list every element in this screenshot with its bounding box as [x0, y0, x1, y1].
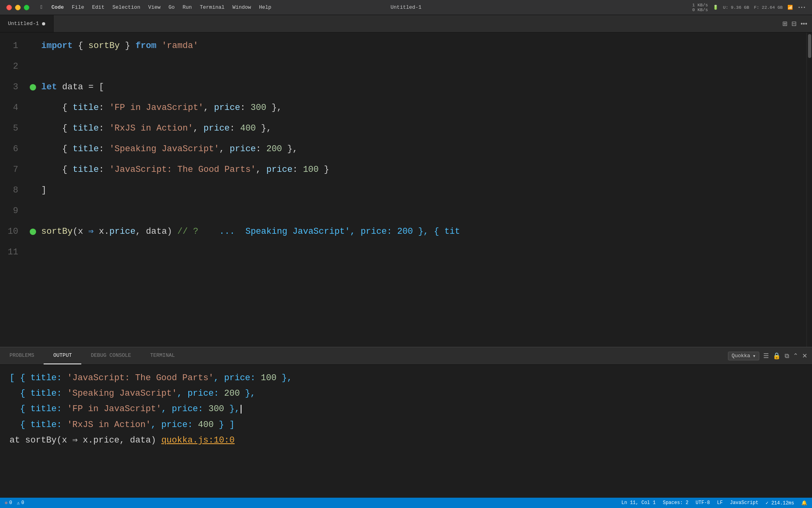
lock-icon[interactable]: 🔒 — [773, 352, 781, 360]
more-actions-button[interactable]: ••• — [801, 20, 807, 27]
code-line-6: 6 { title: 'Speaking JavaScript', price:… — [0, 139, 806, 160]
code-area[interactable]: 1 import { sortBy } from 'ramda' 2 3 — [0, 33, 806, 347]
menu-code[interactable]: Code — [52, 4, 64, 10]
encoding[interactable]: UTF-8 — [696, 500, 710, 506]
code-line-4: 4 { title: 'FP in JavaScript', price: 30… — [0, 98, 806, 118]
code-lines: 1 import { sortBy } from 'ramda' 2 3 — [0, 33, 806, 263]
line-number-9: 9 — [0, 201, 28, 221]
quokka-link[interactable]: quokka.js:10:0 — [161, 435, 235, 445]
spaces[interactable]: Spaces: 2 — [663, 500, 689, 506]
storage-u: U: 9.36 GB — [723, 5, 749, 10]
code-line-5: 5 { title: 'RxJS in Action', price: 400 … — [0, 118, 806, 139]
output-line-3: { title: 'FP in JavaScript', price: 300 … — [10, 402, 802, 416]
output-line-5: at sortBy(x ⇒ x.price, data) quokka.js:1… — [10, 433, 802, 447]
traffic-lights — [6, 5, 29, 10]
output-line-2: { title: 'Speaking JavaScript', price: 2… — [10, 387, 802, 400]
chevron-down-icon: ▾ — [753, 353, 756, 359]
code-line-1: 1 import { sortBy } from 'ramda' — [0, 36, 806, 56]
maximize-button[interactable] — [24, 5, 29, 10]
warning-icon: ⚠ — [17, 500, 19, 506]
line-number-11: 11 — [0, 242, 28, 263]
editor-tab-untitled[interactable]: Untitled-1 — [0, 15, 54, 32]
scrollbar-thumb[interactable] — [808, 34, 811, 58]
code-line-9: 9 — [0, 201, 806, 221]
code-line-8: 8 ] — [0, 180, 806, 201]
menu-edit[interactable]: Edit — [92, 4, 104, 10]
system-stats: 1 KB/s0 KB/s — [692, 3, 708, 12]
line-content-10: sortBy(x ⇒ x.price, data) // ? ... Speak… — [38, 221, 806, 242]
panel-tab-terminal[interactable]: TERMINAL — [141, 347, 184, 364]
status-right: Ln 11, Col 1 Spaces: 2 UTF-8 LF JavaScri… — [621, 500, 807, 506]
line-content-7: { title: 'JavaScript: The Good Parts', p… — [38, 160, 806, 180]
quokka-dropdown[interactable]: Quokka ▾ — [728, 352, 759, 360]
code-line-10: 10 sortBy(x ⇒ x.price, data) // ? ... Sp… — [0, 221, 806, 242]
minimize-button[interactable] — [15, 5, 21, 10]
panel-tab-output[interactable]: OUTPUT — [44, 347, 81, 364]
tab-bar: Untitled-1 ⊞ ⊟ ••• — [0, 15, 812, 33]
apple-menu[interactable]:  — [40, 4, 44, 10]
code-line-3: 3 let data = [ — [0, 77, 806, 98]
line-content-4: { title: 'FP in JavaScript', price: 300 … — [38, 98, 806, 118]
menu-help[interactable]: Help — [259, 4, 271, 10]
menu-selection[interactable]: Selection — [112, 4, 140, 10]
quokka-timing[interactable]: ✓ 214.12ms — [766, 500, 794, 506]
tab-label: Untitled-1 — [8, 21, 39, 27]
panel-tab-output-label: OUTPUT — [53, 352, 72, 358]
line-ending[interactable]: LF — [717, 500, 723, 506]
editor-scrollbar[interactable] — [806, 33, 812, 347]
close-button[interactable] — [6, 5, 12, 10]
line-number-6: 6 — [0, 139, 28, 160]
language-mode[interactable]: JavaScript — [730, 500, 758, 506]
code-line-2: 2 — [0, 56, 806, 77]
menu-window[interactable]: Window — [232, 4, 251, 10]
battery-icon: 🔋 — [713, 5, 718, 10]
menu-bar:  Code File Edit Selection View Go Run T… — [40, 4, 271, 10]
toggle-panel-button[interactable]: ⊟ — [791, 20, 797, 27]
editor-container: Untitled-1 ⊞ ⊟ ••• 1 import { sortBy } f… — [0, 15, 812, 508]
storage-f: F: 22.64 GB — [754, 5, 783, 10]
more-icon: ••• — [798, 5, 806, 10]
menu-run[interactable]: Run — [183, 4, 192, 10]
breakpoint-dot-10 — [30, 229, 36, 235]
collapse-up-icon[interactable]: ⌃ — [793, 352, 798, 360]
panel-tabs: PROBLEMS OUTPUT DEBUG CONSOLE TERMINAL Q… — [0, 347, 812, 365]
error-count-label: 0 — [9, 500, 12, 506]
error-icon: ⊗ — [5, 500, 8, 506]
breakpoint-3[interactable] — [28, 84, 38, 90]
ln-col[interactable]: Ln 11, Col 1 — [621, 500, 655, 506]
breakpoint-dot-3 — [30, 84, 36, 90]
line-number-2: 2 — [0, 56, 28, 77]
split-editor-button[interactable]: ⊞ — [782, 20, 787, 27]
close-panel-button[interactable]: ✕ — [802, 352, 807, 360]
line-number-7: 7 — [0, 160, 28, 180]
panel-output-content: [ { title: 'JavaScript: The Good Parts',… — [0, 365, 812, 498]
panel-tab-problems[interactable]: PROBLEMS — [0, 347, 44, 364]
line-number-4: 4 — [0, 98, 28, 118]
line-content-5: { title: 'RxJS in Action', price: 400 }, — [38, 118, 806, 139]
list-icon[interactable]: ☰ — [763, 352, 769, 360]
output-line-1: [ { title: 'JavaScript: The Good Parts',… — [10, 371, 802, 385]
panel-tab-problems-label: PROBLEMS — [10, 352, 34, 358]
copy-icon[interactable]: ⧉ — [785, 352, 789, 360]
panel-tab-debug[interactable]: DEBUG CONSOLE — [81, 347, 140, 364]
quokka-dropdown-label: Quokka — [732, 353, 750, 359]
window-title: Untitled-1 — [391, 4, 421, 10]
error-count[interactable]: ⊗ 0 ⚠ 0 — [5, 500, 24, 506]
menu-file[interactable]: File — [72, 4, 84, 10]
menu-go[interactable]: Go — [169, 4, 175, 10]
line-number-3: 3 — [0, 77, 28, 98]
panel-tab-debug-label: DEBUG CONSOLE — [91, 352, 131, 358]
line-number-8: 8 — [0, 180, 28, 201]
code-line-11: 11 — [0, 242, 806, 263]
breakpoint-10[interactable] — [28, 229, 38, 235]
notification-icon[interactable]: 🔔 — [801, 500, 807, 506]
line-content-8: ] — [38, 180, 806, 201]
output-line-4: { title: 'RxJS in Action', price: 400 } … — [10, 418, 802, 432]
wifi-icon: 📶 — [787, 5, 793, 10]
menu-view[interactable]: View — [148, 4, 161, 10]
menu-terminal[interactable]: Terminal — [200, 4, 224, 10]
tab-modified-indicator — [42, 22, 45, 25]
line-number-5: 5 — [0, 118, 28, 139]
line-content-6: { title: 'Speaking JavaScript', price: 2… — [38, 139, 806, 160]
tab-actions: ⊞ ⊟ ••• — [782, 15, 812, 32]
